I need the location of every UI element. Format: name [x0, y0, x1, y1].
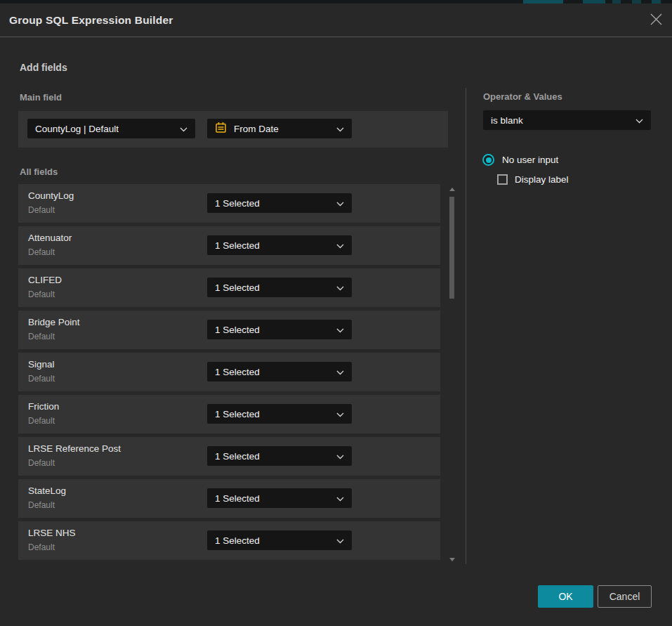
chevron-down-icon: [336, 323, 344, 336]
scroll-up-icon[interactable]: [449, 188, 455, 191]
field-source: Default: [28, 289, 55, 299]
operator-values-label: Operator & Values: [483, 91, 562, 102]
chevron-down-icon: [336, 197, 344, 209]
field-selected-dropdown[interactable]: 1 Selected: [207, 278, 352, 297]
field-selected-dropdown[interactable]: 1 Selected: [207, 488, 352, 508]
field-source: Default: [28, 332, 55, 341]
chevron-down-icon: [336, 450, 344, 462]
checkbox-unchecked-icon: [497, 174, 508, 185]
field-name: Attenuator: [28, 233, 72, 243]
field-source: Default: [28, 500, 55, 510]
scrollbar[interactable]: [448, 185, 455, 564]
field-row: Bridge Point Default 1 Selected: [18, 311, 440, 349]
field-selected-value: 1 Selected: [215, 493, 260, 504]
chevron-down-icon: [180, 122, 187, 135]
field-name: Bridge Point: [28, 317, 80, 327]
field-name: Friction: [28, 401, 59, 412]
radio-selected-icon: [482, 154, 494, 166]
operator-dropdown[interactable]: is blank: [483, 110, 651, 130]
field-selected-dropdown[interactable]: 1 Selected: [207, 320, 352, 339]
all-fields-list: CountyLog Default 1 Selected Attenuator …: [18, 184, 440, 563]
field-row: Attenuator Default 1 Selected: [18, 226, 440, 265]
display-label-checkbox[interactable]: Display label: [497, 174, 569, 185]
all-fields-label: All fields: [20, 167, 58, 177]
scroll-down-icon[interactable]: [449, 558, 455, 561]
field-name: CountyLog: [28, 190, 74, 201]
field-selected-value: 1 Selected: [215, 367, 260, 377]
field-name: CLIFED: [28, 275, 62, 285]
main-field-source-value: CountyLog | Default: [35, 124, 119, 134]
field-row: Friction Default 1 Selected: [18, 395, 440, 433]
chevron-down-icon: [336, 239, 344, 252]
main-field-source-dropdown[interactable]: CountyLog | Default: [27, 119, 195, 138]
field-source: Default: [28, 416, 55, 426]
no-user-input-radio[interactable]: No user input: [482, 154, 558, 166]
field-row: LRSE NHS Default 1 Selected: [18, 521, 440, 560]
field-selected-value: 1 Selected: [215, 240, 260, 251]
add-fields-heading: Add fields: [20, 62, 67, 73]
operator-value: is blank: [491, 115, 523, 126]
field-selected-value: 1 Selected: [215, 325, 260, 335]
chevron-down-icon: [336, 281, 344, 294]
main-field-date-value: From Date: [234, 124, 279, 134]
dialog-title: Group SQL Expression Builder: [9, 4, 173, 37]
group-sql-expression-builder-dialog: Group SQL Expression Builder Add fields …: [0, 4, 672, 626]
field-row: CountyLog Default 1 Selected: [18, 184, 440, 223]
field-selected-value: 1 Selected: [215, 535, 260, 546]
calendar-icon: [215, 122, 227, 136]
field-selected-value: 1 Selected: [215, 282, 260, 293]
no-user-input-label: No user input: [502, 155, 558, 165]
field-selected-dropdown[interactable]: 1 Selected: [207, 362, 352, 382]
field-row: Signal Default 1 Selected: [18, 353, 440, 391]
chevron-down-icon: [336, 407, 344, 420]
display-label-label: Display label: [515, 174, 569, 185]
chevron-down-icon: [336, 365, 344, 378]
field-source: Default: [28, 458, 55, 468]
main-field-panel: CountyLog | Default: [18, 111, 448, 148]
dialog-header: Group SQL Expression Builder: [0, 4, 672, 37]
main-field-date-dropdown[interactable]: From Date: [207, 119, 352, 138]
cancel-button[interactable]: Cancel: [598, 585, 652, 608]
field-selected-dropdown[interactable]: 1 Selected: [207, 530, 352, 550]
chevron-down-icon: [336, 492, 344, 504]
field-selected-value: 1 Selected: [215, 409, 260, 419]
field-selected-value: 1 Selected: [215, 198, 260, 209]
ok-button[interactable]: OK: [538, 585, 593, 608]
field-selected-dropdown[interactable]: 1 Selected: [207, 404, 352, 424]
main-field-label: Main field: [20, 92, 62, 103]
field-selected-dropdown[interactable]: 1 Selected: [207, 235, 352, 255]
screen: Group SQL Expression Builder Add fields …: [0, 0, 672, 626]
field-name: LRSE NHS: [28, 528, 76, 538]
field-row: LRSE Reference Post Default 1 Selected: [18, 437, 440, 476]
field-source: Default: [28, 374, 55, 384]
field-name: StateLog: [28, 485, 66, 496]
close-button[interactable]: [649, 13, 663, 27]
field-selected-dropdown[interactable]: 1 Selected: [207, 193, 352, 213]
field-source: Default: [28, 247, 55, 257]
chevron-down-icon: [336, 122, 344, 135]
close-icon: [650, 13, 662, 27]
field-row: CLIFED Default 1 Selected: [18, 268, 440, 307]
scrollbar-thumb[interactable]: [449, 197, 454, 299]
field-source: Default: [28, 542, 55, 552]
field-name: LRSE Reference Post: [28, 443, 121, 454]
field-source: Default: [28, 205, 55, 215]
field-selected-dropdown[interactable]: 1 Selected: [207, 446, 352, 466]
field-selected-value: 1 Selected: [215, 451, 260, 462]
field-name: Signal: [28, 359, 55, 370]
field-row: StateLog Default 1 Selected: [18, 479, 440, 518]
chevron-down-icon: [635, 114, 643, 126]
panel-divider: [466, 88, 466, 564]
chevron-down-icon: [336, 534, 344, 547]
